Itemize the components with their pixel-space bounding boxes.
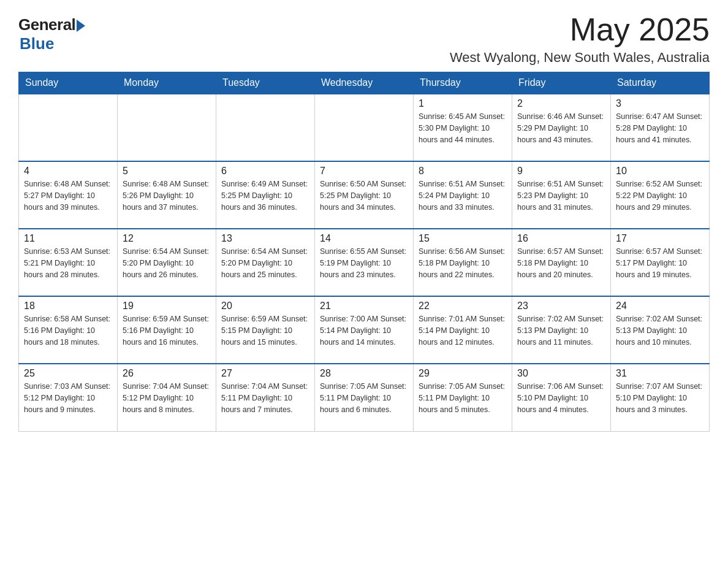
- calendar-cell: 14Sunrise: 6:55 AM Sunset: 5:19 PM Dayli…: [315, 229, 414, 296]
- day-number: 11: [24, 233, 112, 244]
- month-year-title: May 2025: [450, 12, 710, 47]
- day-number: 18: [24, 301, 112, 312]
- day-info: Sunrise: 6:55 AM Sunset: 5:19 PM Dayligh…: [320, 246, 408, 280]
- calendar-cell: 29Sunrise: 7:05 AM Sunset: 5:11 PM Dayli…: [414, 364, 512, 431]
- day-info: Sunrise: 6:57 AM Sunset: 5:17 PM Dayligh…: [616, 246, 704, 280]
- calendar-cell: 31Sunrise: 7:07 AM Sunset: 5:10 PM Dayli…: [611, 364, 710, 431]
- day-info: Sunrise: 6:50 AM Sunset: 5:25 PM Dayligh…: [320, 178, 408, 213]
- day-info: Sunrise: 6:51 AM Sunset: 5:23 PM Dayligh…: [517, 178, 605, 213]
- calendar-header-wednesday: Wednesday: [315, 72, 414, 94]
- calendar-cell: 1Sunrise: 6:45 AM Sunset: 5:30 PM Daylig…: [414, 94, 512, 161]
- calendar-cell: 15Sunrise: 6:56 AM Sunset: 5:18 PM Dayli…: [414, 229, 512, 296]
- day-number: 26: [123, 368, 211, 379]
- day-info: Sunrise: 6:54 AM Sunset: 5:20 PM Dayligh…: [221, 246, 309, 280]
- day-number: 27: [221, 368, 309, 379]
- day-number: 9: [517, 166, 605, 177]
- day-number: 2: [517, 98, 605, 109]
- calendar-header-monday: Monday: [118, 72, 216, 94]
- calendar-cell: 30Sunrise: 7:06 AM Sunset: 5:10 PM Dayli…: [512, 364, 611, 431]
- day-number: 20: [221, 301, 309, 312]
- calendar-cell: 26Sunrise: 7:04 AM Sunset: 5:12 PM Dayli…: [118, 364, 216, 431]
- day-info: Sunrise: 6:48 AM Sunset: 5:26 PM Dayligh…: [123, 178, 211, 213]
- calendar-cell: [216, 94, 315, 161]
- calendar-week-row: 25Sunrise: 7:03 AM Sunset: 5:12 PM Dayli…: [19, 364, 710, 431]
- calendar-cell: 8Sunrise: 6:51 AM Sunset: 5:24 PM Daylig…: [414, 161, 512, 229]
- day-info: Sunrise: 6:48 AM Sunset: 5:27 PM Dayligh…: [24, 178, 112, 213]
- calendar-cell: 18Sunrise: 6:58 AM Sunset: 5:16 PM Dayli…: [19, 296, 118, 364]
- day-number: 6: [221, 166, 309, 177]
- calendar-cell: 20Sunrise: 6:59 AM Sunset: 5:15 PM Dayli…: [216, 296, 315, 364]
- day-info: Sunrise: 7:06 AM Sunset: 5:10 PM Dayligh…: [517, 381, 605, 415]
- day-number: 10: [616, 166, 704, 177]
- calendar-cell: 2Sunrise: 6:46 AM Sunset: 5:29 PM Daylig…: [512, 94, 611, 161]
- day-info: Sunrise: 6:59 AM Sunset: 5:15 PM Dayligh…: [221, 313, 309, 348]
- day-number: 1: [419, 98, 507, 109]
- day-info: Sunrise: 7:07 AM Sunset: 5:10 PM Dayligh…: [616, 381, 704, 415]
- day-number: 3: [616, 98, 704, 109]
- calendar-cell: 7Sunrise: 6:50 AM Sunset: 5:25 PM Daylig…: [315, 161, 414, 229]
- day-number: 15: [419, 233, 507, 244]
- calendar-cell: 3Sunrise: 6:47 AM Sunset: 5:28 PM Daylig…: [611, 94, 710, 161]
- day-info: Sunrise: 6:59 AM Sunset: 5:16 PM Dayligh…: [123, 313, 211, 348]
- day-number: 28: [320, 368, 408, 379]
- day-number: 16: [517, 233, 605, 244]
- calendar-cell: 11Sunrise: 6:53 AM Sunset: 5:21 PM Dayli…: [19, 229, 118, 296]
- calendar-cell: 10Sunrise: 6:52 AM Sunset: 5:22 PM Dayli…: [611, 161, 710, 229]
- day-info: Sunrise: 6:53 AM Sunset: 5:21 PM Dayligh…: [24, 246, 112, 280]
- day-number: 30: [517, 368, 605, 379]
- calendar-week-row: 4Sunrise: 6:48 AM Sunset: 5:27 PM Daylig…: [19, 161, 710, 229]
- day-number: 25: [24, 368, 112, 379]
- day-number: 4: [24, 166, 112, 177]
- calendar-table: SundayMondayTuesdayWednesdayThursdayFrid…: [18, 72, 710, 432]
- calendar-cell: 9Sunrise: 6:51 AM Sunset: 5:23 PM Daylig…: [512, 161, 611, 229]
- page-header: General Blue May 2025 West Wyalong, New …: [18, 12, 710, 66]
- calendar-cell: 27Sunrise: 7:04 AM Sunset: 5:11 PM Dayli…: [216, 364, 315, 431]
- day-number: 31: [616, 368, 704, 379]
- day-number: 24: [616, 301, 704, 312]
- day-info: Sunrise: 6:54 AM Sunset: 5:20 PM Dayligh…: [123, 246, 211, 280]
- logo-arrow-icon: [77, 20, 85, 32]
- day-info: Sunrise: 6:49 AM Sunset: 5:25 PM Dayligh…: [221, 178, 309, 213]
- calendar-cell: 24Sunrise: 7:02 AM Sunset: 5:13 PM Dayli…: [611, 296, 710, 364]
- logo-blue-text: Blue: [20, 34, 54, 53]
- day-info: Sunrise: 6:58 AM Sunset: 5:16 PM Dayligh…: [24, 313, 112, 348]
- calendar-week-row: 11Sunrise: 6:53 AM Sunset: 5:21 PM Dayli…: [19, 229, 710, 296]
- day-info: Sunrise: 7:05 AM Sunset: 5:11 PM Dayligh…: [320, 381, 408, 415]
- day-info: Sunrise: 7:04 AM Sunset: 5:11 PM Dayligh…: [221, 381, 309, 415]
- day-number: 12: [123, 233, 211, 244]
- calendar-cell: 5Sunrise: 6:48 AM Sunset: 5:26 PM Daylig…: [118, 161, 216, 229]
- day-number: 23: [517, 301, 605, 312]
- day-info: Sunrise: 6:56 AM Sunset: 5:18 PM Dayligh…: [419, 246, 507, 280]
- calendar-cell: 19Sunrise: 6:59 AM Sunset: 5:16 PM Dayli…: [118, 296, 216, 364]
- day-number: 22: [419, 301, 507, 312]
- day-number: 5: [123, 166, 211, 177]
- title-block: May 2025 West Wyalong, New South Wales, …: [450, 12, 710, 66]
- day-info: Sunrise: 6:45 AM Sunset: 5:30 PM Dayligh…: [419, 111, 507, 145]
- day-number: 21: [320, 301, 408, 312]
- calendar-cell: 22Sunrise: 7:01 AM Sunset: 5:14 PM Dayli…: [414, 296, 512, 364]
- day-info: Sunrise: 6:47 AM Sunset: 5:28 PM Dayligh…: [616, 111, 704, 145]
- calendar-header-friday: Friday: [512, 72, 611, 94]
- calendar-header-saturday: Saturday: [611, 72, 710, 94]
- calendar-cell: 21Sunrise: 7:00 AM Sunset: 5:14 PM Dayli…: [315, 296, 414, 364]
- day-info: Sunrise: 7:02 AM Sunset: 5:13 PM Dayligh…: [517, 313, 605, 348]
- day-info: Sunrise: 6:57 AM Sunset: 5:18 PM Dayligh…: [517, 246, 605, 280]
- day-info: Sunrise: 7:05 AM Sunset: 5:11 PM Dayligh…: [419, 381, 507, 415]
- calendar-cell: 17Sunrise: 6:57 AM Sunset: 5:17 PM Dayli…: [611, 229, 710, 296]
- calendar-header-thursday: Thursday: [414, 72, 512, 94]
- day-info: Sunrise: 7:01 AM Sunset: 5:14 PM Dayligh…: [419, 313, 507, 348]
- calendar-header-sunday: Sunday: [19, 72, 118, 94]
- calendar-week-row: 1Sunrise: 6:45 AM Sunset: 5:30 PM Daylig…: [19, 94, 710, 161]
- calendar-cell: 23Sunrise: 7:02 AM Sunset: 5:13 PM Dayli…: [512, 296, 611, 364]
- day-number: 8: [419, 166, 507, 177]
- day-info: Sunrise: 7:00 AM Sunset: 5:14 PM Dayligh…: [320, 313, 408, 348]
- day-number: 14: [320, 233, 408, 244]
- calendar-header-tuesday: Tuesday: [216, 72, 315, 94]
- location-subtitle: West Wyalong, New South Wales, Australia: [450, 50, 710, 66]
- day-info: Sunrise: 6:46 AM Sunset: 5:29 PM Dayligh…: [517, 111, 605, 145]
- logo-general-text: General: [18, 15, 75, 34]
- calendar-week-row: 18Sunrise: 6:58 AM Sunset: 5:16 PM Dayli…: [19, 296, 710, 364]
- day-info: Sunrise: 6:51 AM Sunset: 5:24 PM Dayligh…: [419, 178, 507, 213]
- day-number: 29: [419, 368, 507, 379]
- calendar-cell: 16Sunrise: 6:57 AM Sunset: 5:18 PM Dayli…: [512, 229, 611, 296]
